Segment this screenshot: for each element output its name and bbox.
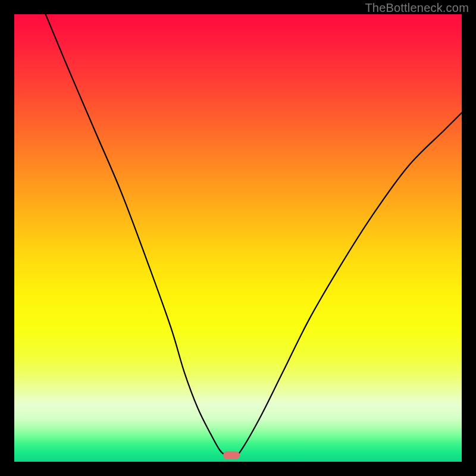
optimal-marker	[223, 451, 240, 459]
watermark-text: TheBottleneck.com	[365, 1, 469, 15]
plot-area	[14, 14, 462, 462]
bottleneck-curve	[14, 14, 462, 462]
chart-frame: TheBottleneck.com	[0, 0, 476, 476]
